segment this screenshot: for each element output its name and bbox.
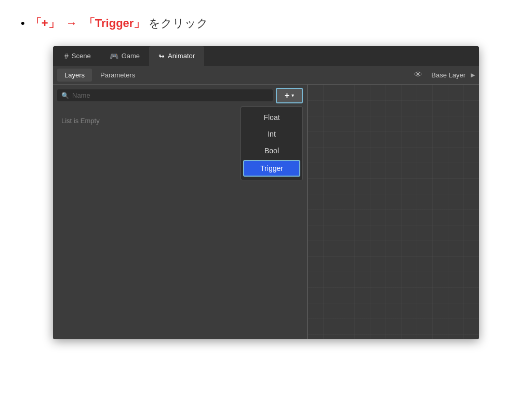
add-button-wrapper: + ▾ Float Int Bool Trigger (276, 88, 303, 103)
instruction-line: • 「+」 → 「Trigger」 をクリック (21, 16, 511, 32)
tab-animator[interactable]: ↬ Animator (149, 46, 204, 66)
tab-scene-label: Scene (72, 52, 91, 60)
unity-window: # Scene 🎮 Game ↬ Animator Layers Paramet… (53, 46, 479, 339)
trigger-bracket: 「Trigger」 (84, 17, 145, 30)
base-layer-arrow-icon: ▶ (471, 72, 475, 78)
animator-right-panel (308, 85, 479, 339)
arrow: → (66, 17, 77, 30)
plus-bracket: 「+」 (30, 17, 60, 30)
add-dropdown-menu: Float Int Bool Trigger (241, 107, 303, 180)
eye-icon-button[interactable]: 👁 (410, 68, 426, 82)
tab-animator-label: Animator (168, 52, 195, 60)
content-area: 🔍 + ▾ Float Int Bool Trigg (53, 85, 479, 339)
bullet: • (21, 16, 25, 32)
subtab-parameters[interactable]: Parameters (93, 69, 142, 82)
animator-icon: ↬ (158, 52, 165, 60)
dropdown-item-float[interactable]: Float (241, 109, 302, 126)
tab-game[interactable]: 🎮 Game (100, 46, 149, 66)
animator-grid-bg (308, 85, 479, 339)
search-icon: 🔍 (61, 92, 69, 99)
dropdown-item-int[interactable]: Int (241, 126, 302, 142)
add-plus-icon: + (285, 91, 289, 100)
add-trigger-button[interactable]: + ▾ (276, 88, 303, 103)
dropdown-item-bool[interactable]: Bool (241, 142, 302, 159)
add-dropdown-arrow-icon: ▾ (291, 92, 294, 98)
search-row: 🔍 + ▾ Float Int Bool Trigg (53, 85, 307, 107)
base-layer-label: Base Layer (427, 71, 470, 79)
game-icon: 🎮 (110, 52, 118, 60)
tab-game-label: Game (122, 52, 140, 60)
search-input[interactable] (72, 91, 269, 99)
tab-scene[interactable]: # Scene (55, 46, 100, 66)
eye-icon: 👁 (414, 70, 422, 79)
search-box: 🔍 (57, 89, 273, 101)
tab-bar: # Scene 🎮 Game ↬ Animator (53, 46, 479, 66)
dropdown-item-trigger[interactable]: Trigger (243, 160, 300, 177)
panel-divider (308, 85, 308, 339)
subtab-layers[interactable]: Layers (57, 69, 92, 82)
instruction-text: 「+」 → 「Trigger」 をクリック (30, 16, 208, 32)
scene-icon: # (64, 52, 69, 60)
sub-tab-bar: Layers Parameters 👁 Base Layer ▶ (53, 66, 479, 85)
left-panel: 🔍 + ▾ Float Int Bool Trigg (53, 85, 308, 339)
